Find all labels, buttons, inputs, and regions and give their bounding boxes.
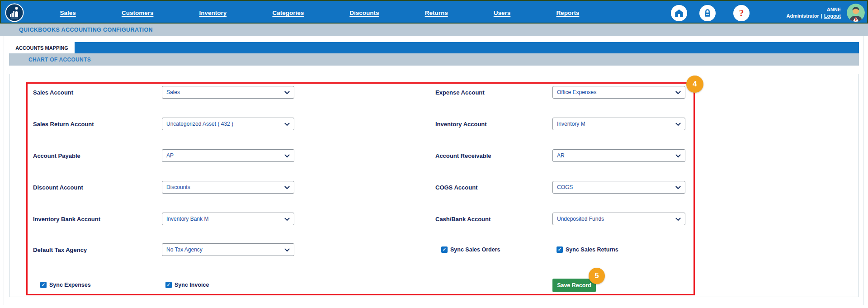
default-tax-agency-select[interactable]: No Tax Agency bbox=[162, 243, 294, 256]
help-icon[interactable]: ? bbox=[733, 5, 750, 21]
select-value: Inventory Bank M bbox=[166, 216, 208, 222]
chevron-down-icon bbox=[284, 183, 290, 191]
checkmark-icon: ✓ bbox=[558, 247, 561, 252]
sync-expenses-label: Sync Expenses bbox=[49, 282, 91, 288]
chevron-down-icon bbox=[284, 120, 290, 128]
step-4-badge: 4 bbox=[686, 76, 703, 93]
chevron-down-icon bbox=[675, 215, 681, 223]
inventory-bank-account-select[interactable]: Inventory Bank M bbox=[162, 213, 294, 225]
cash-bank-account-select[interactable]: Undeposited Funds bbox=[552, 213, 685, 225]
expense-account-select[interactable]: Office Expenses bbox=[552, 86, 685, 99]
account-payable-label: Account Payable bbox=[33, 149, 80, 162]
sync-expenses-checkbox[interactable]: ✓ bbox=[40, 282, 47, 288]
account-payable-select[interactable]: AP bbox=[162, 149, 294, 162]
nav-item-inventory[interactable]: Inventory bbox=[199, 9, 227, 16]
select-value: Inventory M bbox=[557, 121, 585, 127]
chevron-down-icon bbox=[675, 183, 681, 191]
discount-account-label: Discount Account bbox=[33, 181, 83, 194]
nav-item-reports[interactable]: Reports bbox=[556, 9, 579, 16]
tab-strip bbox=[9, 42, 859, 53]
cogs-account-select[interactable]: COGS bbox=[552, 181, 685, 194]
nav-item-customers[interactable]: Customers bbox=[122, 9, 154, 16]
user-info: ANNE Administrator | Logout bbox=[769, 5, 841, 21]
inventory-account-label: Inventory Account bbox=[435, 118, 487, 130]
cogs-account-label: COGS Account bbox=[435, 181, 477, 194]
checkmark-icon: ✓ bbox=[167, 283, 170, 287]
nav-item-categories[interactable]: Categories bbox=[272, 9, 304, 16]
inventory-account-select[interactable]: Inventory M bbox=[552, 118, 685, 130]
account-receivable-label: Account Receivable bbox=[435, 149, 491, 162]
app-logo-icon[interactable] bbox=[5, 3, 24, 22]
select-value: No Tax Agency bbox=[166, 246, 203, 253]
lock-icon[interactable] bbox=[699, 5, 716, 21]
home-icon[interactable] bbox=[671, 5, 687, 21]
sync-sales-returns-row: ✓ Sync Sales Returns bbox=[557, 244, 618, 256]
select-value: AR bbox=[557, 152, 565, 159]
chevron-down-icon bbox=[675, 120, 681, 128]
main-menu: Sales Customers Inventory Categories Dis… bbox=[37, 1, 602, 24]
chevron-down-icon bbox=[675, 88, 681, 96]
step-5-badge: 5 bbox=[589, 268, 605, 284]
select-value: Uncategorized Asset ( 432 ) bbox=[166, 121, 233, 127]
user-role: Administrator bbox=[787, 13, 819, 19]
select-value: AP bbox=[166, 152, 174, 159]
inventory-bank-account-label: Inventory Bank Account bbox=[33, 213, 100, 225]
user-name: ANNE bbox=[827, 7, 841, 13]
sales-account-select[interactable]: Sales bbox=[162, 86, 294, 99]
chevron-down-icon bbox=[284, 215, 290, 223]
sync-expenses-row: ✓ Sync Expenses bbox=[40, 279, 91, 291]
chevron-down-icon bbox=[284, 88, 290, 96]
sync-invoice-checkbox[interactable]: ✓ bbox=[165, 282, 172, 288]
select-value: Sales bbox=[166, 89, 180, 95]
chevron-down-icon bbox=[284, 246, 290, 254]
nav-item-users[interactable]: Users bbox=[494, 9, 511, 16]
section-header-bar: CHART OF ACCOUNTS bbox=[9, 53, 859, 66]
section-title: CHART OF ACCOUNTS bbox=[28, 57, 91, 63]
tab-accounts-mapping[interactable]: ACCOUNTS MAPPING bbox=[9, 42, 75, 53]
sync-sales-returns-label: Sync Sales Returns bbox=[566, 246, 618, 253]
cash-bank-account-label: Cash/Bank Account bbox=[435, 213, 491, 225]
nav-item-returns[interactable]: Returns bbox=[425, 9, 448, 16]
select-value: Discounts bbox=[166, 184, 190, 190]
avatar[interactable] bbox=[847, 4, 865, 22]
expense-account-label: Expense Account bbox=[435, 86, 485, 99]
sync-sales-returns-checkbox[interactable]: ✓ bbox=[557, 246, 563, 253]
sync-sales-orders-checkbox[interactable]: ✓ bbox=[441, 246, 448, 253]
sales-account-label: Sales Account bbox=[33, 86, 73, 99]
sales-return-account-select[interactable]: Uncategorized Asset ( 432 ) bbox=[162, 118, 294, 130]
select-value: COGS bbox=[557, 184, 573, 190]
user-divider: | bbox=[821, 13, 822, 19]
sync-invoice-label: Sync Invoice bbox=[175, 282, 209, 288]
select-value: Office Expenses bbox=[557, 89, 596, 95]
select-value: Undeposited Funds bbox=[557, 216, 604, 222]
checkmark-icon: ✓ bbox=[443, 247, 446, 252]
logout-link[interactable]: Logout bbox=[824, 13, 841, 19]
account-receivable-select[interactable]: AR bbox=[552, 149, 685, 162]
nav-item-sales[interactable]: Sales bbox=[60, 9, 76, 16]
chevron-down-icon bbox=[675, 152, 681, 160]
chevron-down-icon bbox=[284, 152, 290, 160]
question-mark-glyph: ? bbox=[739, 8, 744, 19]
sync-sales-orders-label: Sync Sales Orders bbox=[450, 246, 500, 253]
checkmark-icon: ✓ bbox=[42, 283, 45, 287]
config-header-bar: QUICKBOOKS ACCOUNTING CONFIGURATION bbox=[0, 24, 868, 36]
save-record-button[interactable]: Save Record bbox=[552, 279, 596, 292]
sales-return-account-label: Sales Return Account bbox=[33, 118, 94, 130]
page-title: QUICKBOOKS ACCOUNTING CONFIGURATION bbox=[19, 27, 153, 33]
top-navigation-bar: Sales Customers Inventory Categories Dis… bbox=[0, 0, 868, 24]
sync-invoice-row: ✓ Sync Invoice bbox=[165, 279, 209, 291]
sync-sales-orders-row: ✓ Sync Sales Orders bbox=[441, 244, 500, 256]
default-tax-agency-label: Default Tax Agency bbox=[33, 243, 87, 256]
nav-item-discounts[interactable]: Discounts bbox=[349, 9, 379, 16]
discount-account-select[interactable]: Discounts bbox=[162, 181, 294, 194]
quickbooks-config-page: Sales Customers Inventory Categories Dis… bbox=[0, 0, 868, 308]
